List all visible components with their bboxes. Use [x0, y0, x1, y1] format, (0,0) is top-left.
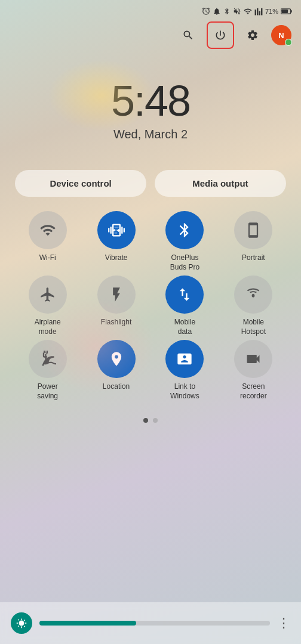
link-label: Link toWindows — [170, 382, 199, 401]
device-control-button[interactable]: Device control — [15, 170, 146, 197]
powersaving-icon-bg — [29, 340, 67, 378]
home-screen: 71% N 5:48 Wed, March 2 Device control M… — [0, 0, 301, 644]
battery-icon — [281, 8, 293, 15]
airplane-icon — [39, 286, 56, 303]
flashlight-icon — [108, 286, 125, 303]
mute-icon — [233, 7, 241, 16]
svg-rect-2 — [281, 10, 288, 13]
signal-bars-icon — [254, 7, 263, 16]
mobile-data-icon — [176, 286, 193, 303]
control-buttons-row: Device control Media output — [15, 170, 286, 197]
qs-item-portrait[interactable]: Portrait — [221, 211, 286, 272]
qs-item-powersaving[interactable]: Powersaving — [15, 340, 80, 401]
powersaving-label: Powersaving — [37, 382, 58, 401]
power-btn-wrapper — [207, 21, 234, 49]
qs-item-location[interactable]: Location — [84, 340, 149, 401]
qs-item-airplane[interactable]: Airplanemode — [15, 275, 80, 336]
battery-text: 71% — [265, 8, 278, 15]
mobiledata-label: Mobiledata — [174, 318, 195, 336]
brightness-fill — [39, 621, 136, 626]
qs-item-link[interactable]: Link toWindows — [152, 340, 217, 401]
hotspot-label: MobileHotspot — [241, 318, 266, 336]
qs-item-bluetooth[interactable]: OnePlusBuds Pro — [152, 211, 217, 272]
power-icon — [214, 29, 226, 41]
power-saving-icon — [39, 351, 56, 367]
notification-icon — [213, 7, 221, 16]
screenrecorder-icon-bg — [234, 340, 272, 378]
wifi-icon-bg — [29, 211, 67, 249]
screen-recorder-icon — [245, 351, 262, 367]
alarm-icon — [202, 7, 210, 16]
vibrate-label: Vibrate — [105, 253, 128, 263]
portrait-icon — [245, 222, 262, 239]
media-output-button[interactable]: Media output — [155, 170, 286, 197]
top-action-row: N — [0, 18, 301, 52]
page-indicator — [143, 418, 158, 423]
vibrate-icon-bg — [97, 211, 136, 249]
brightness-more-button[interactable]: ⋮ — [277, 615, 290, 631]
hotspot-icon-bg — [234, 275, 272, 314]
power-button[interactable] — [209, 24, 232, 47]
settings-button[interactable] — [241, 24, 264, 47]
screenrecorder-label: Screenrecorder — [240, 382, 267, 401]
location-icon-bg — [97, 340, 136, 378]
hotspot-icon — [245, 286, 262, 303]
qs-item-wifi[interactable]: Wi-Fi — [15, 211, 80, 272]
portrait-label: Portrait — [242, 253, 265, 263]
airplane-label: Airplanemode — [35, 318, 61, 336]
search-button[interactable] — [177, 24, 199, 47]
brightness-bar: ⋮ — [0, 602, 301, 644]
qs-item-hotspot[interactable]: MobileHotspot — [221, 275, 286, 336]
page-dot-2 — [153, 418, 158, 423]
status-bar: 71% — [0, 0, 301, 18]
bluetooth-icon-bg — [165, 211, 204, 249]
location-icon — [108, 351, 125, 367]
brightness-icon — [11, 612, 32, 634]
mobiledata-icon-bg — [165, 275, 204, 314]
flashlight-icon-bg — [97, 275, 136, 314]
quick-settings-grid: Wi-Fi Vibrate OnePlusBuds Pro Portrait — [15, 211, 286, 401]
link-icon — [176, 351, 193, 367]
clock-section: 5:48 Wed, March 2 — [111, 76, 190, 141]
qs-item-flashlight[interactable]: Flashlight — [84, 275, 149, 336]
avatar-button[interactable]: N — [271, 25, 291, 45]
search-icon — [182, 29, 194, 41]
clock-time: 5:48 — [111, 76, 190, 125]
brightness-slider[interactable] — [39, 621, 270, 626]
settings-icon — [247, 29, 259, 41]
qs-item-mobiledata[interactable]: Mobiledata — [152, 275, 217, 336]
vibrate-icon — [108, 222, 125, 239]
qs-item-screenrecorder[interactable]: Screenrecorder — [221, 340, 286, 401]
bluetooth-status-icon — [223, 7, 231, 16]
location-label: Location — [103, 382, 130, 392]
portrait-icon-bg — [234, 211, 272, 249]
clock-date: Wed, March 2 — [111, 128, 190, 141]
flashlight-label: Flashlight — [101, 318, 131, 327]
bluetooth-icon — [176, 222, 193, 239]
wifi-label: Wi-Fi — [39, 253, 56, 263]
airplane-icon-bg — [29, 275, 67, 314]
wifi-icon — [39, 222, 56, 239]
page-dot-1 — [143, 418, 148, 423]
qs-item-vibrate[interactable]: Vibrate — [84, 211, 149, 272]
signal-icon — [244, 7, 252, 16]
link-icon-bg — [165, 340, 204, 378]
more-icon: ⋮ — [277, 615, 290, 630]
bluetooth-label: OnePlusBuds Pro — [170, 253, 199, 272]
avatar-label: N — [278, 31, 284, 40]
sun-icon — [16, 618, 27, 628]
svg-rect-1 — [291, 10, 292, 13]
status-icons: 71% — [202, 7, 293, 16]
